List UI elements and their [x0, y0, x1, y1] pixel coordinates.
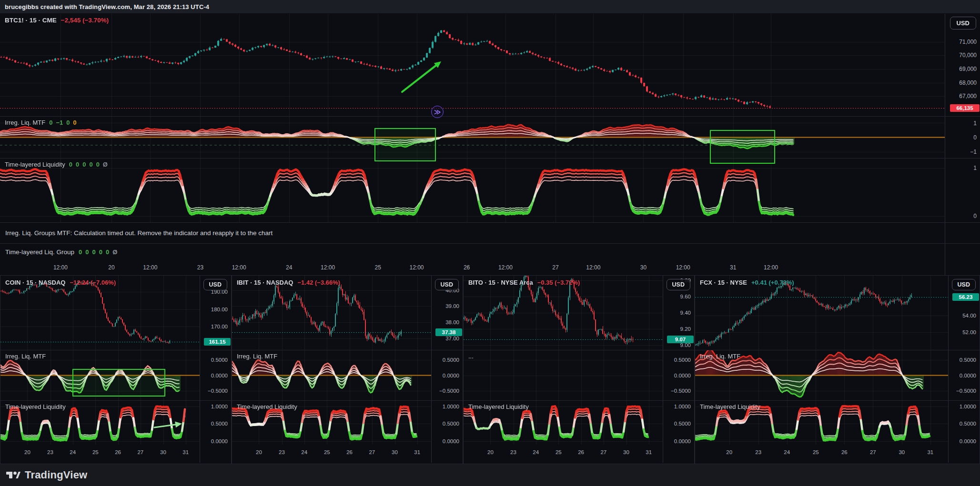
indicator-title[interactable]: Time-layered Liquidity — [468, 403, 529, 410]
mini-irreg-liq-axis[interactable]: 0.50000.0000−0.5000 — [200, 350, 231, 400]
indicator-title[interactable]: Time-layered Liquidity — [5, 403, 66, 410]
tradingview-wordmark[interactable]: TradingView — [25, 469, 87, 481]
axis-tick: 67,000 — [959, 93, 977, 99]
main-tll-legend: Time-layered Liquidity 00000Ø — [5, 161, 108, 168]
time-axis-tick: 23 — [510, 449, 516, 455]
mini-time-axis-labels[interactable]: 2023242526273031 — [695, 445, 948, 463]
axis-tick: 38.00 — [445, 319, 459, 325]
axis-tick: 0.5000 — [674, 421, 691, 426]
indicator-value: 0 — [76, 161, 79, 168]
indicator-value: −1 — [56, 119, 63, 126]
main-error-plot: Irreg. Liq. Groups MTF: Calculation time… — [0, 223, 945, 243]
mini-change: −1.42 (−3.66%) — [297, 279, 340, 286]
main-price-pane[interactable]: BTC1! · 15 · CME −2,545 (−3.70%) 71,0007… — [0, 14, 980, 116]
currency-button[interactable]: USD — [952, 279, 976, 290]
mini-irreg-liq-canvas[interactable] — [464, 350, 663, 400]
time-axis-tick: 30 — [899, 449, 905, 455]
indicator-loading-ellipsis[interactable]: ... — [468, 353, 474, 360]
mini-irreg-liq-axis[interactable]: 0.50000.0000−0.5000 — [663, 350, 694, 400]
mini-price-canvas[interactable] — [0, 276, 200, 350]
indicator-title[interactable]: Irreg. Liq. MTF — [5, 119, 45, 126]
axis-tick: 0.0000 — [674, 373, 691, 378]
indicator-title[interactable]: Irreg. Liq. MTF — [5, 353, 46, 360]
time-axis-tick: 20 — [108, 264, 114, 271]
main-group-axis — [945, 244, 980, 260]
time-axis-tick: 25 — [92, 449, 99, 455]
time-axis-tick: 27 — [137, 449, 143, 455]
mini-tll-axis[interactable]: 1.00000.50000.0000 — [948, 401, 980, 445]
main-tll-plot[interactable]: Time-layered Liquidity 00000Ø — [0, 159, 945, 222]
mini-symbol[interactable]: COIN · 15 · NASDAQ — [5, 279, 65, 286]
main-error-pane: Irreg. Liq. Groups MTF: Calculation time… — [0, 222, 980, 243]
main-change: −2,545 (−3.70%) — [61, 17, 109, 24]
indicator-value: 0 — [49, 119, 52, 126]
axis-tick: 9.40 — [680, 310, 691, 316]
indicator-values: 00000Ø — [79, 248, 117, 256]
indicator-title[interactable]: Irreg. Liq. MTF — [237, 353, 277, 360]
main-error-axis — [945, 223, 980, 243]
main-price-canvas[interactable] — [0, 14, 945, 116]
mini-symbol[interactable]: FCX · 15 · NYSE — [700, 279, 747, 286]
mini-tll-axis[interactable]: 1.00000.50000.0000 — [663, 401, 694, 445]
indicator-values: 00000Ø — [69, 161, 108, 168]
last-price-label: 56.23 — [952, 293, 979, 301]
main-irreg-liq-canvas[interactable] — [0, 117, 945, 158]
axis-tick: −0.5000 — [671, 388, 691, 394]
time-axis-tick: 12:00 — [409, 264, 424, 271]
indicator-title[interactable]: Irreg. Liq. MTF — [700, 353, 740, 360]
mini-price-canvas[interactable] — [695, 276, 948, 350]
mini-price-canvas[interactable] — [464, 276, 663, 350]
main-irreg-liq-plot[interactable]: Irreg. Liq. MTF 0−100 — [0, 117, 945, 158]
mini-time-axis-labels[interactable]: 2023242526273031 — [464, 445, 663, 463]
axis-tick: −0.5000 — [208, 388, 228, 394]
mini-tll-axis[interactable]: 1.00000.50000.0000 — [200, 401, 231, 445]
indicator-title[interactable]: Time-layered Liquidity — [700, 403, 760, 410]
mini-time-axis-labels[interactable]: 2023242526273031 — [232, 445, 431, 463]
mini-legend: COIN · 15 · NASDAQ −12.24 (−7.06%) — [5, 279, 116, 286]
indicator-title[interactable]: Time-layered Liquidity — [237, 403, 297, 410]
indicator-title[interactable]: Time-layered Liq. Group — [5, 248, 74, 256]
time-axis-tick: 26 — [578, 449, 584, 455]
main-tll-canvas[interactable] — [0, 159, 945, 222]
main-price-plot[interactable]: BTC1! · 15 · CME −2,545 (−3.70%) — [0, 14, 945, 116]
axis-tick: 170.00 — [211, 324, 228, 329]
axis-tick: 0.0000 — [674, 438, 691, 444]
main-time-axis[interactable]: 12:002012:002312:002412:002512:002612:00… — [0, 260, 980, 276]
mini-irreg-liq-axis[interactable]: 0.50000.0000−0.5000 — [431, 350, 463, 400]
currency-button[interactable]: USD — [203, 279, 227, 290]
mini-time-axis-labels[interactable]: 2023242526273031 — [0, 445, 200, 463]
axis-tick: −0.5000 — [439, 388, 459, 394]
main-group-pane: Time-layered Liq. Group 00000Ø — [0, 243, 980, 260]
main-irreg-liq-pane[interactable]: Irreg. Liq. MTF 0−100 10−1 — [0, 116, 980, 158]
currency-button[interactable]: USD — [950, 17, 976, 30]
indicator-value: 0 — [66, 119, 70, 126]
mini-chart-fcx[interactable]: FCX · 15 · NYSE +0.41 (+0.73%) 54.0052.0… — [695, 275, 980, 464]
indicator-error-text: Irreg. Liq. Groups MTF: Calculation time… — [5, 229, 273, 237]
axis-tick: 0 — [973, 213, 977, 219]
axis-tick: 0.5000 — [960, 421, 976, 426]
indicator-title[interactable]: Time-layered Liquidity — [5, 161, 65, 168]
mini-price-canvas[interactable] — [232, 276, 431, 350]
mini-chart-bito[interactable]: BITO · 15 · NYSE Arca −0.35 (−3.72%) 9.8… — [463, 275, 695, 464]
axis-tick: 0.5000 — [960, 357, 976, 363]
axis-tick: 54.00 — [962, 313, 976, 318]
mini-tll-axis[interactable]: 1.00000.50000.0000 — [431, 401, 463, 445]
main-time-axis-labels[interactable]: 12:002012:002312:002412:002512:002612:00… — [0, 260, 945, 276]
currency-button[interactable]: USD — [435, 279, 459, 290]
main-tll-axis[interactable]: 10 — [945, 159, 980, 222]
main-tll-pane[interactable]: Time-layered Liquidity 00000Ø 10 — [0, 158, 980, 222]
mini-chart-coin[interactable]: COIN · 15 · NASDAQ −12.24 (−7.06%) 190.0… — [0, 275, 232, 464]
mini-time-axis-corner — [431, 445, 463, 463]
mini-change: −12.24 (−7.06%) — [70, 279, 116, 286]
mini-irreg-liq-axis[interactable]: 0.50000.0000−0.5000 — [948, 350, 980, 400]
main-symbol[interactable]: BTC1! · 15 · CME — [5, 17, 57, 24]
main-irreg-liq-axis[interactable]: 10−1 — [945, 117, 980, 158]
axis-tick: 0.5000 — [674, 357, 691, 363]
tradingview-logo-icon[interactable] — [6, 469, 20, 481]
main-chart[interactable]: BTC1! · 15 · CME −2,545 (−3.70%) 71,0007… — [0, 13, 980, 275]
currency-button[interactable]: USD — [667, 279, 690, 290]
mini-symbol[interactable]: BITO · 15 · NYSE Arca — [468, 279, 533, 286]
mini-symbol[interactable]: IBIT · 15 · NASDAQ — [237, 279, 293, 286]
mini-chart-ibit[interactable]: IBIT · 15 · NASDAQ −1.42 (−3.66%) 40.003… — [232, 275, 463, 464]
time-axis-tick: 30 — [623, 449, 629, 455]
